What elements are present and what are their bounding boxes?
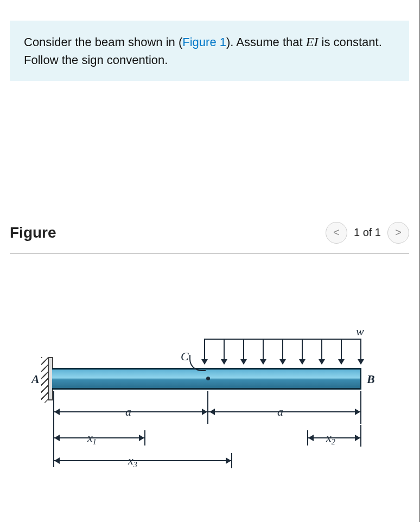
c-dot-icon: [206, 377, 210, 380]
dim-x2-label: x2: [326, 431, 335, 447]
tick-icon: [207, 391, 208, 424]
load-arrow-icon: [204, 340, 205, 364]
figure-title: Figure: [10, 224, 56, 241]
point-A-label: A: [31, 372, 40, 386]
point-C-label: C: [181, 349, 189, 364]
dim-a-label: a: [125, 405, 131, 419]
pager-text: 1 of 1: [354, 226, 381, 239]
dimension-a-right: [208, 411, 361, 412]
dim-a-label: a: [277, 405, 283, 419]
point-B-label: B: [367, 372, 375, 386]
load-arrow-icon: [224, 340, 225, 364]
dim-x3-label: x3: [128, 454, 137, 469]
problem-text: ). Assume that: [226, 35, 306, 49]
load-arrow-icon: [360, 340, 361, 364]
load-arrow-icon: [263, 340, 264, 364]
dim-x1-label: x1: [87, 431, 97, 447]
chevron-right-icon: >: [395, 226, 402, 239]
tick-icon: [360, 425, 361, 447]
figure-link[interactable]: Figure 1: [182, 35, 226, 49]
problem-text: Consider the beam shown in (: [24, 35, 182, 49]
next-button[interactable]: >: [387, 222, 409, 244]
load-arrow-icon: [302, 340, 303, 364]
dimension-x3: [53, 460, 232, 461]
problem-statement: Consider the beam shown in (Figure 1). A…: [10, 21, 409, 81]
tick-icon: [53, 391, 54, 467]
tick-icon: [360, 391, 361, 424]
figure-pager: < 1 of 1 >: [326, 222, 409, 244]
load-arrow-icon: [341, 340, 342, 364]
figure-header: Figure < 1 of 1 >: [10, 222, 409, 254]
ei-variable: EI: [306, 35, 319, 49]
load-arrow-icon: [321, 340, 322, 364]
beam-diagram: A B C w a a x1: [20, 324, 399, 504]
load-arrow-icon: [282, 340, 283, 364]
load-w-label: w: [356, 324, 364, 339]
dimension-x1: [53, 437, 145, 438]
chevron-left-icon: <: [333, 226, 340, 239]
load-arrow-icon: [243, 340, 244, 364]
prev-button[interactable]: <: [326, 222, 347, 244]
